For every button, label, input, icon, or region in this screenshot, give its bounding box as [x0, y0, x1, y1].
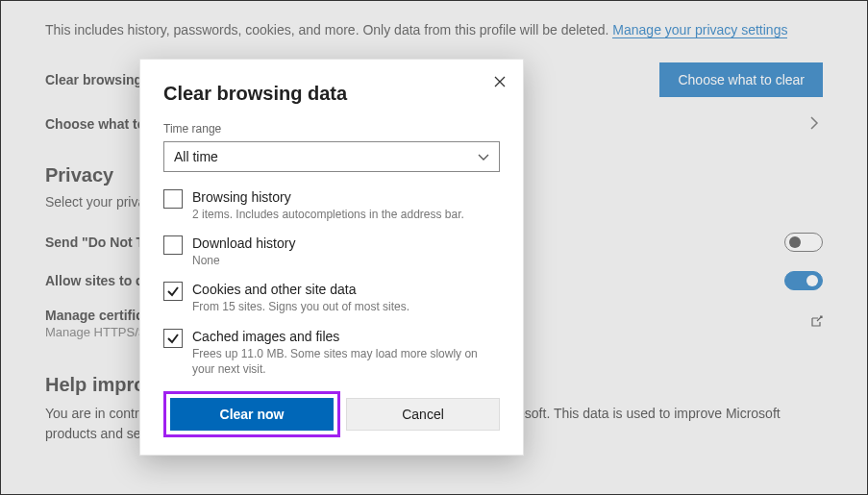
choose-what-to-clear-button[interactable]: Choose what to clear — [659, 62, 823, 97]
option-row: Browsing history2 items. Includes autoco… — [163, 189, 494, 222]
privacy-settings-link[interactable]: Manage your privacy settings — [612, 22, 787, 38]
external-link-icon — [809, 315, 823, 332]
intro-text: This includes history, passwords, cookie… — [45, 22, 823, 37]
option-checkbox[interactable] — [163, 235, 183, 255]
option-title: Browsing history — [192, 189, 464, 205]
option-title: Cached images and files — [192, 329, 494, 344]
option-desc: 2 items. Includes autocompletions in the… — [192, 207, 464, 222]
dialog-title: Clear browsing data — [163, 83, 500, 105]
clear-browsing-dialog: Clear browsing data Time range All time … — [139, 59, 524, 456]
cancel-button[interactable]: Cancel — [346, 398, 500, 431]
dialog-actions: Clear now Cancel — [140, 391, 523, 437]
option-desc: None — [192, 253, 295, 268]
option-checkbox[interactable] — [163, 282, 183, 301]
option-text: Cookies and other site dataFrom 15 sites… — [192, 282, 409, 314]
time-range-value: All time — [174, 149, 218, 164]
option-row: Cached images and filesFrees up 11.0 MB.… — [163, 329, 494, 377]
option-title: Download history — [192, 235, 295, 251]
option-row: Download historyNone — [163, 235, 494, 268]
dnt-toggle[interactable] — [784, 233, 823, 252]
option-desc: Frees up 11.0 MB. Some sites may load mo… — [192, 346, 494, 377]
time-range-label: Time range — [163, 122, 500, 136]
option-text: Download historyNone — [192, 235, 295, 268]
intro-body: This includes history, passwords, cookie… — [45, 22, 612, 37]
option-text: Cached images and filesFrees up 11.0 MB.… — [192, 329, 494, 377]
chevron-down-icon — [478, 149, 489, 164]
options-list[interactable]: Browsing history2 items. Includes autoco… — [163, 189, 500, 382]
allow-sites-toggle[interactable] — [784, 271, 823, 290]
option-checkbox[interactable] — [163, 189, 183, 209]
option-checkbox[interactable] — [163, 329, 183, 348]
option-desc: From 15 sites. Signs you out of most sit… — [192, 299, 409, 314]
time-range-dropdown[interactable]: All time — [163, 141, 500, 172]
option-text: Browsing history2 items. Includes autoco… — [192, 189, 464, 222]
option-row: Cookies and other site dataFrom 15 sites… — [163, 282, 494, 314]
option-title: Cookies and other site data — [192, 282, 409, 297]
clear-now-button[interactable]: Clear now — [170, 398, 334, 431]
clear-now-highlight: Clear now — [163, 391, 340, 437]
close-icon[interactable] — [494, 75, 506, 90]
chevron-right-icon — [809, 116, 823, 133]
